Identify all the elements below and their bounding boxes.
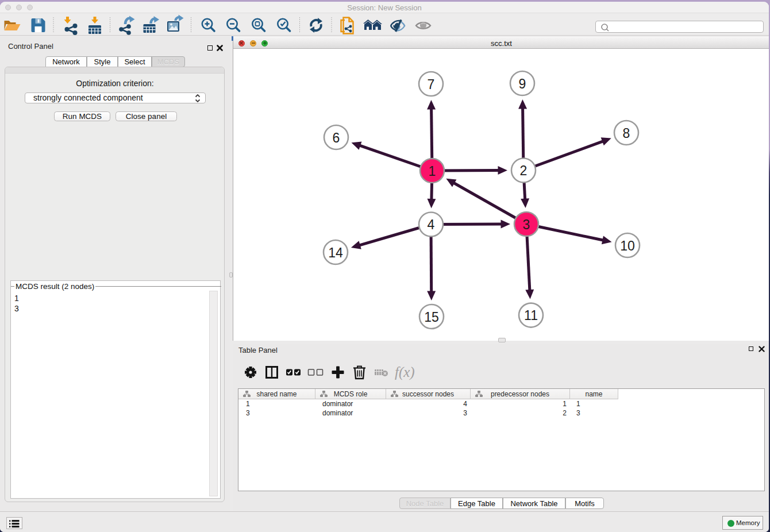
svg-text:11: 11 (524, 308, 538, 323)
svg-text:1: 1 (429, 164, 436, 179)
svg-text:7: 7 (428, 77, 435, 92)
svg-text:2: 2 (520, 163, 528, 178)
svg-text:9: 9 (519, 76, 526, 91)
svg-text:14: 14 (328, 245, 343, 260)
svg-text:6: 6 (333, 130, 340, 145)
svg-text:10: 10 (620, 238, 635, 253)
svg-text:8: 8 (623, 126, 630, 141)
svg-text:f(x): f(x) (395, 364, 415, 380)
svg-text:3: 3 (523, 217, 530, 232)
svg-text:4: 4 (428, 217, 435, 232)
svg-text:15: 15 (424, 310, 439, 325)
